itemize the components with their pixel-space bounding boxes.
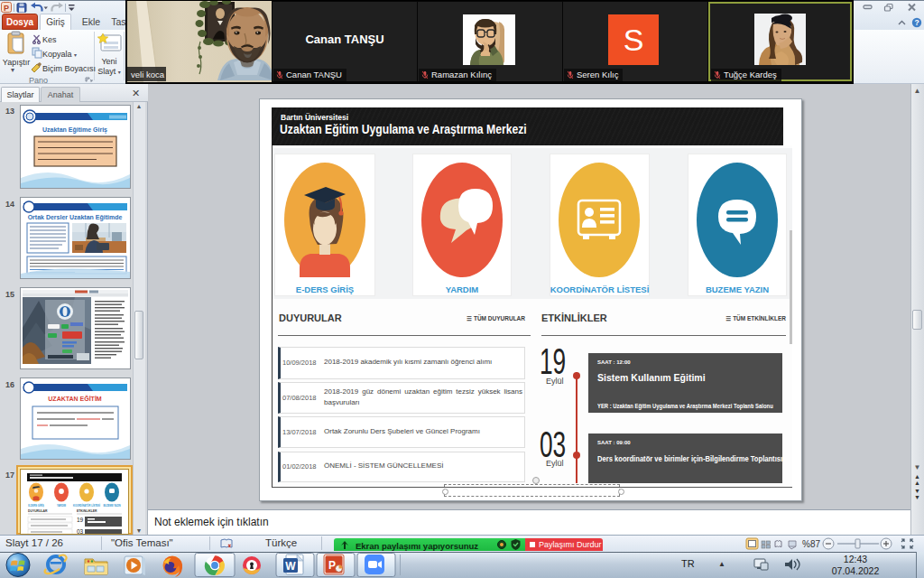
- svg-text:veli koca: veli koca: [131, 70, 165, 79]
- svg-text:19: 19: [77, 517, 84, 523]
- svg-text:UZAKTAN EĞİTİM: UZAKTAN EĞİTİM: [48, 395, 102, 402]
- svg-text:DUYURULAR: DUYURULAR: [28, 509, 48, 513]
- svg-text:03: 03: [77, 528, 84, 535]
- svg-text:BUZEME YAZIN: BUZEME YAZIN: [103, 504, 120, 508]
- svg-text:YARDIM: YARDIM: [57, 504, 66, 508]
- svg-text:P: P: [328, 559, 336, 572]
- svg-text:Uzaktan Eğitime Giriş: Uzaktan Eğitime Giriş: [42, 126, 107, 134]
- svg-text:ETKİNLİKLER: ETKİNLİKLER: [77, 509, 97, 513]
- svg-text:P: P: [4, 4, 9, 13]
- svg-text:W: W: [285, 560, 296, 573]
- svg-text:Ortak Dersler Uzaktan Eğitim: Ortak Dersler Uzaktan Eğitimde: [28, 214, 123, 221]
- svg-text:?: ?: [914, 18, 919, 27]
- svg-text:%87: %87: [802, 539, 820, 549]
